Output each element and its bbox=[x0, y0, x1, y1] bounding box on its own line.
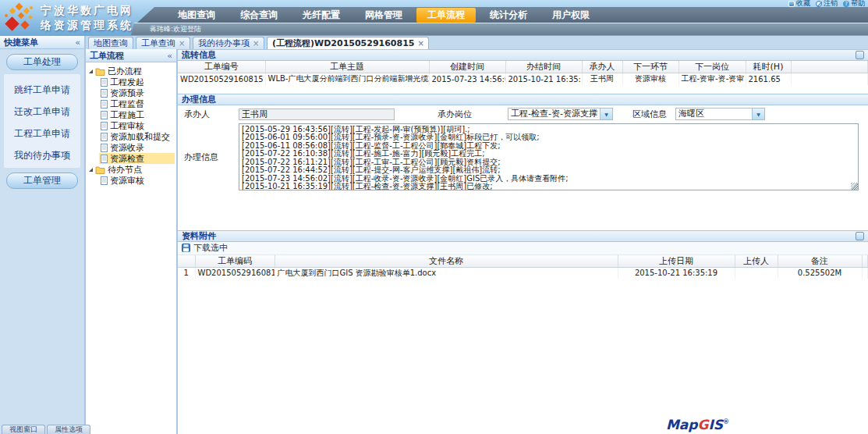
col-file-name[interactable]: 文件名称 bbox=[275, 255, 618, 268]
sidebar-item-my-todo[interactable]: 我的待办事项 bbox=[4, 148, 80, 164]
col-finish-time[interactable]: 办结时间 bbox=[505, 61, 582, 73]
sidebar-item-jump-fiber-apply[interactable]: 跳纤工单申请 bbox=[4, 82, 80, 98]
handle-log-textarea[interactable]: [2015-05-29 16:43:56][流转][工程-发起-网-审(预预算)… bbox=[239, 123, 859, 190]
folder-icon bbox=[95, 67, 105, 76]
save-disk-icon bbox=[182, 244, 190, 252]
resize-handle[interactable] bbox=[851, 183, 858, 190]
workflow-tree-header: 工单流程 « bbox=[86, 49, 176, 62]
welcome-banner: 蒋玮峰:欢迎登陆 bbox=[131, 23, 868, 35]
col-filler bbox=[862, 255, 868, 268]
favorites-link[interactable]: 收藏 bbox=[788, 0, 810, 7]
log-line: [2015-07-22 16:44:52][流转][工程-提交-网-客户运维支撑… bbox=[242, 166, 856, 175]
cell-order-code: WD20150529160815 bbox=[195, 267, 275, 279]
col-next-post[interactable]: 下一岗位 bbox=[678, 61, 746, 73]
col-subject[interactable]: 工单主题 bbox=[265, 61, 429, 73]
tree-item-project-start[interactable]: 工程发起 bbox=[99, 76, 175, 87]
expander-icon[interactable] bbox=[89, 69, 93, 73]
chevron-down-icon[interactable] bbox=[600, 108, 612, 119]
workflow-tree-panel: 工单流程 « 已办流程 工程发起 bbox=[86, 49, 178, 434]
app-header: 宁波华数广电网 络资源管理系统 收藏 注销 帮助 地图查询 综合查询 光纤配置 … bbox=[0, 0, 868, 36]
cell-elapsed: 2161.65 bbox=[746, 73, 791, 85]
col-upload-date[interactable]: 上传日期 bbox=[618, 255, 735, 268]
tab-project-flow-order[interactable]: (工程流程)WD20150529160815 bbox=[267, 37, 429, 49]
tree-item-resource-prerecord[interactable]: 资源预录 bbox=[99, 87, 175, 98]
tree-folder-todo[interactable]: 待办节点 bbox=[87, 164, 175, 175]
tree-item-project-supervise[interactable]: 工程监督 bbox=[99, 98, 175, 109]
document-tabbar: 地图查询 工单查询 我的待办事项 (工程流程)WD20150529160815 bbox=[86, 36, 868, 49]
sidebar-link-group: 跳纤工单申请 迁改工单申请 工程工单申请 我的待办事项 bbox=[4, 74, 80, 168]
col-create-time[interactable]: 创建时间 bbox=[429, 61, 505, 73]
logout-icon bbox=[816, 1, 822, 7]
app-title: 宁波华数广电网 络资源管理系统 bbox=[41, 3, 133, 33]
document-icon bbox=[101, 133, 108, 141]
log-line: [2015-06-01 09:56:00][流转][工程-预录-资-资源收录][… bbox=[242, 133, 856, 142]
nav-item-user-perms[interactable]: 用户权限 bbox=[541, 8, 601, 23]
col-remark[interactable]: 备注 bbox=[778, 255, 862, 268]
bottom-tab-view-window[interactable]: 视图窗口 bbox=[2, 425, 45, 434]
col-order-no[interactable]: 工单编号 bbox=[178, 61, 265, 73]
section-collapse-icon[interactable] bbox=[856, 51, 864, 59]
handler-input[interactable] bbox=[239, 108, 395, 120]
flow-info-row[interactable]: WD20150529160815 WLB-广电大厦分前端到西门口分前端新增光缆 … bbox=[178, 73, 868, 85]
cell-next-step: 资源审核 bbox=[622, 73, 678, 85]
quick-menu-sidebar: 快捷菜单 « 工单处理 跳纤工单申请 迁改工单申请 工程工单申请 我的待办事项 … bbox=[0, 36, 86, 434]
help-link[interactable]: 帮助 bbox=[843, 0, 865, 7]
tree-item-project-construct[interactable]: 工程施工 bbox=[99, 109, 175, 120]
tab-my-todo[interactable]: 我的待办事项 bbox=[193, 37, 264, 49]
cell-create-time: 2015-07-23 14:56:02 bbox=[429, 73, 505, 85]
download-selected-button[interactable]: 下载选中 bbox=[193, 242, 228, 254]
document-icon bbox=[101, 89, 108, 98]
bottom-window-tabs: 视图窗口 属性选项 bbox=[2, 425, 90, 434]
tree-folder-done[interactable]: 已办流程 bbox=[87, 66, 175, 76]
flow-info-table: 工单编号 工单主题 创建时间 办结时间 承办人 下一环节 下一岗位 耗时(H) … bbox=[178, 61, 868, 85]
col-handler[interactable]: 承办人 bbox=[582, 61, 622, 73]
nav-item-stats[interactable]: 统计分析 bbox=[479, 8, 538, 23]
sidebar-button-workorder-mgmt[interactable]: 工单管理 bbox=[6, 173, 78, 189]
sidebar-item-project-apply[interactable]: 工程工单申请 bbox=[4, 126, 80, 142]
attachment-row[interactable]: 1 WD20150529160815 广电大厦到西门口GIS 资源勘验审核单1.… bbox=[178, 267, 868, 279]
cell-file-name: 广电大厦到西门口GIS 资源勘验审核单1.docx bbox=[275, 267, 618, 279]
tree-item-resource-check[interactable]: 资源检查 bbox=[99, 153, 175, 164]
sidebar-collapse-icon[interactable]: « bbox=[75, 37, 80, 48]
nav-item-fiber-config[interactable]: 光纤配置 bbox=[292, 8, 351, 23]
document-icon bbox=[101, 78, 108, 87]
help-icon bbox=[843, 1, 849, 7]
handle-log-label: 办理信息 bbox=[184, 123, 239, 190]
nav-item-map-query[interactable]: 地图查询 bbox=[167, 8, 226, 23]
post-select[interactable]: 工程-检查-资-资源支撑 bbox=[508, 108, 613, 120]
chevron-down-icon[interactable] bbox=[752, 108, 764, 119]
nav-item-grid-mgmt[interactable]: 网格管理 bbox=[354, 8, 413, 23]
col-elapsed[interactable]: 耗时(H) bbox=[746, 61, 791, 73]
tree-item-project-audit[interactable]: 工程审核 bbox=[99, 120, 175, 131]
expander-icon[interactable] bbox=[89, 168, 93, 172]
tree-item-resource-review[interactable]: 资源审核 bbox=[99, 175, 175, 186]
attachments-toolbar: 下载选中 bbox=[178, 242, 868, 255]
workflow-tree: 已办流程 工程发起 资源预录 工程监督 bbox=[86, 62, 176, 189]
log-line: [2015-10-21 16:35:19][流转][工程-检查-资-资源支撑][… bbox=[242, 183, 856, 190]
tab-map-query[interactable]: 地图查询 bbox=[88, 37, 133, 49]
bottom-tab-property-options[interactable]: 属性选项 bbox=[47, 425, 90, 434]
cell-upload-date: 2015-10-21 16:35:19 bbox=[618, 267, 735, 279]
cell-remark: 0.525502M bbox=[778, 267, 862, 279]
section-collapse-icon[interactable] bbox=[856, 232, 864, 240]
sidebar-button-workorder-handle[interactable]: 工单处理 bbox=[6, 54, 78, 70]
document-icon bbox=[101, 122, 108, 130]
tree-item-resource-record[interactable]: 资源收录 bbox=[99, 142, 175, 153]
tree-collapse-icon[interactable]: « bbox=[167, 51, 172, 61]
tab-workorder-query[interactable]: 工单查询 bbox=[136, 37, 190, 49]
nav-item-combined-query[interactable]: 综合查询 bbox=[229, 8, 289, 23]
top-utility-links: 收藏 注销 帮助 bbox=[788, 0, 865, 7]
logout-link[interactable]: 注销 bbox=[816, 0, 838, 7]
close-icon[interactable] bbox=[253, 40, 259, 48]
region-label: 区域信息 bbox=[632, 108, 675, 120]
col-next-step[interactable]: 下一环节 bbox=[622, 61, 678, 73]
close-icon[interactable] bbox=[179, 40, 185, 48]
nav-item-workorder-flow[interactable]: 工单流程 bbox=[416, 8, 476, 23]
col-order-code[interactable]: 工单编码 bbox=[195, 255, 275, 268]
col-uploader[interactable]: 上传人 bbox=[735, 255, 778, 268]
close-icon[interactable] bbox=[417, 40, 423, 48]
region-select[interactable]: 海曙区 bbox=[675, 108, 765, 120]
sidebar-item-migrate-apply[interactable]: 迁改工单申请 bbox=[4, 104, 80, 120]
tree-item-resource-load-submit[interactable]: 资源加载和提交 bbox=[99, 131, 175, 142]
cell-handler: 王书周 bbox=[582, 73, 622, 85]
